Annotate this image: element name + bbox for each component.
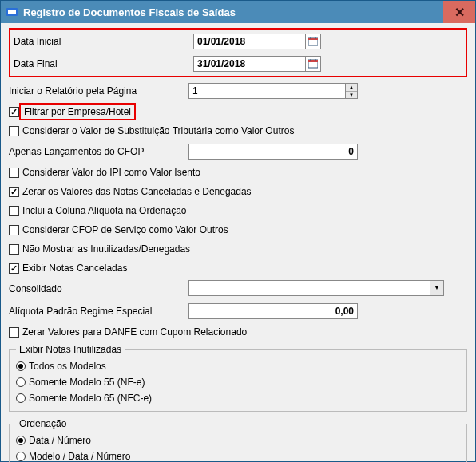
close-button[interactable]: ✕ [443, 1, 475, 23]
calendar-icon[interactable] [305, 34, 321, 49]
label-cfop-serv-outros: Considerar CFOP de Serviço como Valor Ou… [22, 224, 228, 235]
svg-rect-1 [8, 10, 16, 14]
form-content: Data Inicial Data Final [1, 23, 475, 462]
label-exibir-canceladas: Exibir Notas Canceladas [22, 263, 127, 274]
titlebar: Registro de Documentos Fiscais de Saídas… [1, 1, 475, 23]
input-data-inicial[interactable] [193, 34, 305, 49]
label-modelo-55: Somente Modelo 55 (NF-e) [29, 377, 145, 388]
input-iniciar-pagina[interactable] [188, 83, 345, 99]
label-zerar-canc-den: Zerar os Valores das Notas Canceladas e … [22, 186, 252, 197]
check-nao-mostrar-inut[interactable] [9, 244, 19, 255]
label-nao-mostrar-inut: Não Mostrar as Inutilizadas/Denegadas [22, 243, 190, 255]
check-exibir-canceladas[interactable] [9, 263, 19, 274]
input-aliquota[interactable] [188, 303, 358, 319]
label-todos-modelos: Todos os Modelos [29, 361, 106, 372]
label-col-aliq-orden: Inclui a Coluna Alíquota na Ordenação [22, 205, 186, 216]
legend-inutilizadas: Exibir Notas Inutilizadas [16, 344, 125, 355]
highlight-filtrar-empresa: Filtrar por Empresa/Hotel [19, 103, 136, 120]
chevron-down-icon[interactable]: ▼ [346, 92, 357, 99]
check-zerar-canc-den[interactable] [9, 187, 19, 197]
label-modelo-65: Somente Modelo 65 (NFC-e) [29, 393, 152, 404]
check-filtrar-empresa[interactable] [9, 107, 19, 117]
radio-modelo-data-numero[interactable] [16, 452, 26, 461]
label-aliquota: Alíquota Padrão Regime Especial [9, 306, 188, 317]
radio-modelo-65[interactable] [16, 393, 26, 403]
window-title: Registro de Documentos Fiscais de Saídas [23, 6, 443, 18]
check-ipi-isento[interactable] [9, 168, 19, 178]
calendar-icon[interactable] [305, 56, 321, 72]
legend-ordenacao: Ordenação [16, 418, 69, 429]
check-zerar-danfe[interactable] [9, 327, 19, 338]
label-iniciar-pagina: Iniciar o Relatório pela Página [9, 85, 188, 97]
label-cfop: Apenas Lançamentos do CFOP [9, 146, 188, 157]
group-ordenacao: Ordenação Data / Número Modelo / Data / … [9, 418, 467, 462]
combo-consolidado[interactable] [188, 280, 430, 296]
label-data-numero: Data / Número [29, 435, 91, 446]
label-filtrar-empresa: Filtrar por Empresa/Hotel [24, 106, 131, 117]
label-ipi-isento: Considerar Valor do IPI como Valor Isent… [22, 167, 200, 178]
chevron-down-icon[interactable]: ▼ [430, 280, 444, 296]
svg-rect-7 [308, 60, 318, 62]
svg-rect-3 [308, 38, 318, 40]
label-data-final: Data Final [14, 58, 193, 69]
label-zerar-danfe: Zerar Valores para DANFE com Cupom Relac… [22, 326, 247, 338]
check-cfop-serv-outros[interactable] [9, 225, 19, 235]
app-icon [6, 6, 18, 18]
label-consolidado: Consolidado [9, 283, 188, 294]
spinner-buttons[interactable]: ▲▼ [345, 83, 358, 99]
date-range-highlight: Data Inicial Data Final [9, 28, 467, 77]
label-subst-trib: Considerar o Valor de Substituição Tribu… [22, 125, 294, 136]
label-modelo-data-numero: Modelo / Data / Número [29, 451, 130, 462]
check-col-aliq-orden[interactable] [9, 206, 19, 216]
input-data-final[interactable] [193, 56, 305, 72]
radio-data-numero[interactable] [16, 436, 26, 445]
input-cfop[interactable] [188, 144, 358, 160]
check-subst-trib[interactable] [9, 126, 19, 136]
group-inutilizadas: Exibir Notas Inutilizadas Todos os Model… [9, 344, 467, 412]
label-data-inicial: Data Inicial [14, 36, 193, 47]
radio-modelo-55[interactable] [16, 377, 26, 387]
chevron-up-icon[interactable]: ▲ [346, 84, 357, 92]
radio-todos-modelos[interactable] [16, 361, 26, 371]
window-root: Registro de Documentos Fiscais de Saídas… [0, 0, 476, 462]
